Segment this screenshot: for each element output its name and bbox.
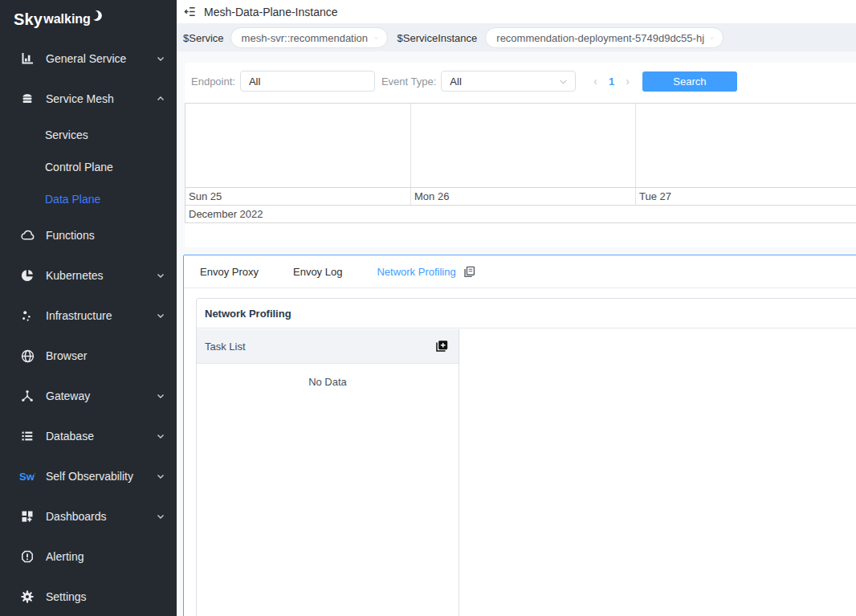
service-instance-select[interactable]: recommendation-deployment-5749d9dc55-hjl… — [485, 27, 724, 48]
tab-envoy-log[interactable]: Envoy Log — [293, 266, 342, 278]
outdent-icon[interactable] — [183, 5, 197, 18]
copy-icon[interactable] — [463, 265, 476, 279]
cloud-icon — [19, 228, 35, 243]
sidebar-item-label: Gateway — [46, 390, 90, 402]
add-task-button[interactable] — [431, 336, 452, 357]
event-timeline: Sun 25 Mon 26 Tue 27 December 2022 — [185, 103, 856, 223]
chevron-down-icon — [156, 471, 165, 481]
skywalking-logo[interactable]: Skywalking — [0, 0, 177, 39]
service-instance-label: $ServiceInstance — [397, 32, 478, 44]
page-title: Mesh-Data-Plane-Instance — [204, 6, 338, 18]
sidebar-item-settings[interactable]: Settings — [0, 577, 177, 616]
sidebar-item-label: Settings — [46, 590, 87, 603]
chevron-down-icon — [369, 33, 379, 43]
sidebar-item-label: Database — [46, 430, 94, 443]
pie-icon — [19, 268, 35, 283]
grid-plus-icon — [19, 509, 35, 524]
sidebar-item-browser[interactable]: Browser — [0, 336, 177, 376]
timeline-day-label: Sun 25 — [185, 188, 410, 206]
timeline-day-label: Mon 26 — [410, 188, 635, 206]
alert-hexagon-icon — [19, 549, 35, 564]
tab-network-profiling[interactable]: Network Profiling — [377, 266, 455, 278]
pagination: ‹ 1 › — [589, 75, 634, 88]
skywalking-dashboard: Skywalking General Service Service Mesh … — [0, 0, 856, 616]
branch-icon — [19, 389, 35, 403]
sidebar-item-label: Infrastructure — [46, 309, 112, 322]
network-profiling-heading: Network Profiling — [197, 299, 856, 328]
task-list-empty-state: No Data — [197, 364, 459, 388]
sidebar-item-label: General Service — [46, 52, 126, 65]
gear-icon — [19, 589, 35, 604]
logo-text-sky: Sky — [14, 10, 43, 29]
prev-page-button[interactable]: ‹ — [589, 75, 602, 87]
sidebar-item-kubernetes[interactable]: Kubernetes — [0, 255, 177, 296]
timeline-day-label: Tue 27 — [635, 188, 856, 206]
chevron-down-icon — [156, 271, 165, 280]
service-label: $Service — [183, 32, 224, 44]
sidebar-item-dashboards[interactable]: Dashboards — [0, 496, 177, 536]
sidebar-item-label: Dashboards — [46, 510, 107, 523]
task-list-title: Task List — [205, 341, 246, 353]
list-icon — [19, 429, 35, 443]
event-type-select-value: All — [450, 75, 461, 88]
dots-icon — [19, 308, 35, 323]
sidebar-item-services[interactable]: Services — [0, 119, 177, 151]
sidebar-item-functions[interactable]: Functions — [0, 215, 177, 255]
sidebar: Skywalking General Service Service Mesh … — [0, 0, 177, 616]
endpoint-label: Endpoint: — [191, 75, 235, 88]
globe-icon — [19, 349, 35, 363]
logo-text-walking: walking — [43, 12, 91, 27]
chevron-down-icon — [156, 512, 165, 521]
task-list-header: Task List — [197, 329, 459, 364]
timeline-month-label: December 2022 — [185, 205, 856, 223]
variable-filter-bar: $Service mesh-svr::recommendation $Servi… — [177, 24, 856, 51]
tab-envoy-proxy[interactable]: Envoy Proxy — [200, 266, 259, 278]
sidebar-item-general-service[interactable]: General Service — [0, 39, 177, 79]
profiling-content-area — [460, 329, 856, 616]
event-toolbar: Endpoint: Event Type: All ‹ 1 › Search — [185, 71, 856, 92]
current-page-number[interactable]: 1 — [602, 75, 621, 88]
timeline-plot-area[interactable] — [185, 103, 856, 187]
tab-bar: Envoy Proxy Envoy Log Network Profiling — [184, 255, 856, 288]
event-widget: Endpoint: Event Type: All ‹ 1 › Search S… — [185, 63, 856, 247]
chevron-down-icon — [156, 311, 165, 320]
sidebar-item-database[interactable]: Database — [0, 416, 177, 456]
next-page-button[interactable]: › — [621, 75, 634, 87]
service-select-value: mesh-svr::recommendation — [242, 32, 369, 44]
task-list-panel: Task List No Data — [197, 329, 459, 616]
sidebar-item-label: Service Mesh — [46, 92, 114, 105]
sidebar-item-control-plane[interactable]: Control Plane — [0, 151, 177, 183]
sw-icon: Sw — [19, 469, 35, 483]
chevron-down-icon — [704, 33, 715, 43]
sidebar-item-alerting[interactable]: Alerting — [0, 536, 177, 577]
sidebar-item-label: Services — [45, 129, 88, 141]
service-select[interactable]: mesh-svr::recommendation — [230, 27, 388, 48]
timeline-day-divider — [635, 104, 636, 187]
sidebar-item-data-plane[interactable]: Data Plane — [0, 183, 177, 215]
crescent-moon-icon — [92, 10, 104, 22]
sidebar-item-label: Control Plane — [45, 161, 113, 173]
event-type-select[interactable]: All — [441, 71, 576, 92]
search-button[interactable]: Search — [642, 71, 737, 92]
endpoint-input[interactable] — [240, 71, 375, 92]
chevron-up-icon — [156, 94, 165, 104]
sidebar-item-gateway[interactable]: Gateway — [0, 376, 177, 416]
bar-chart-icon — [19, 51, 35, 66]
layers-icon — [19, 92, 35, 106]
sidebar-item-service-mesh[interactable]: Service Mesh — [0, 79, 177, 119]
chevron-down-icon — [156, 54, 165, 63]
service-instance-select-value: recommendation-deployment-5749d9dc55-hjl… — [496, 32, 704, 44]
sidebar-item-label: Kubernetes — [46, 269, 104, 282]
data-plane-tabs-widget: Envoy Proxy Envoy Log Network Profiling … — [183, 255, 856, 616]
sidebar-item-self-observability[interactable]: Sw Self Observability — [0, 456, 177, 496]
event-type-label: Event Type: — [381, 75, 436, 88]
network-profiling-card: Network Profiling Task List No Data — [196, 298, 856, 616]
sidebar-item-label: Self Observability — [46, 470, 133, 483]
sidebar-item-label: Functions — [46, 229, 95, 242]
chevron-down-icon — [558, 76, 569, 87]
chevron-down-icon — [156, 431, 165, 441]
page-header: Mesh-Data-Plane-Instance — [177, 0, 856, 24]
sidebar-item-label: Data Plane — [45, 193, 100, 206]
sidebar-item-infrastructure[interactable]: Infrastructure — [0, 296, 177, 336]
timeline-day-labels: Sun 25 Mon 26 Tue 27 — [185, 187, 856, 205]
